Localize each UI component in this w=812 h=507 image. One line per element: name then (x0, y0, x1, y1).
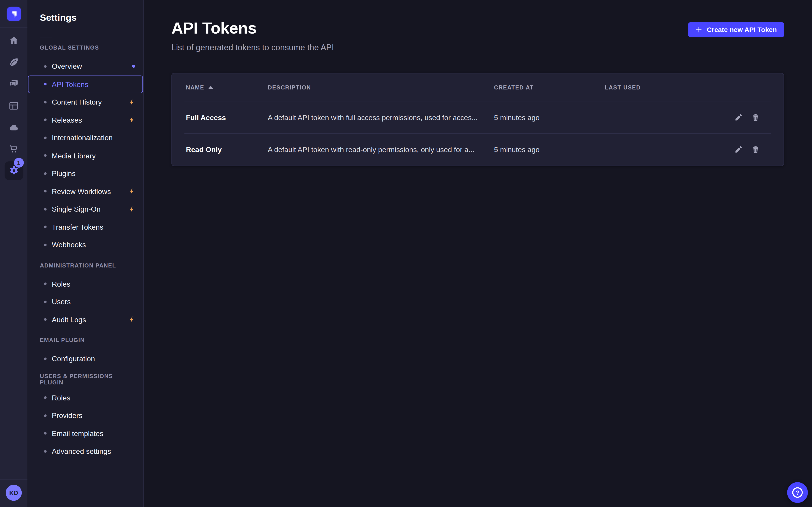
column-header-name[interactable]: NAME (186, 84, 268, 90)
page-title: API Tokens (171, 19, 334, 37)
sidebar-item-webhooks[interactable]: Webhooks (28, 236, 143, 254)
sidebar-item-single-sign-on[interactable]: Single Sign-On (28, 200, 143, 218)
sidebar-item-transfer-tokens[interactable]: Transfer Tokens (28, 218, 143, 236)
trash-icon (751, 146, 760, 154)
bullet-icon (44, 450, 46, 452)
lightning-icon (128, 316, 135, 323)
sidebar-item-label: Transfer Tokens (52, 223, 104, 231)
sidebar-title: Settings (40, 11, 144, 24)
edit-token-button[interactable] (734, 146, 743, 154)
notification-count-badge: 1 (14, 158, 24, 168)
media-library-icon[interactable] (0, 73, 28, 95)
bullet-icon (44, 432, 46, 435)
create-api-token-button[interactable]: Create new API Token (688, 22, 784, 38)
rail-nav: 1 (0, 30, 28, 182)
settings-gear-icon[interactable]: 1 (0, 160, 28, 181)
strapi-logo[interactable] (6, 7, 21, 21)
lightning-icon (128, 116, 135, 123)
delete-token-button[interactable] (751, 146, 760, 154)
bullet-icon (44, 65, 46, 68)
bullet-icon (44, 136, 46, 139)
sidebar-item-audit-logs[interactable]: Audit Logs (28, 311, 143, 329)
token-name: Full Access (186, 113, 268, 121)
sidebar-item-label: Roles (52, 394, 70, 402)
bullet-icon (44, 101, 46, 103)
bullet-icon (44, 154, 46, 157)
section-label: EMAIL PLUGIN (28, 331, 144, 349)
sidebar-item-label: Releases (52, 116, 82, 124)
token-created-at: 5 minutes ago (494, 113, 605, 121)
svg-text:?: ? (796, 489, 799, 496)
bullet-icon (44, 226, 46, 228)
rail-bottom: KD (0, 479, 28, 507)
pencil-icon (734, 113, 743, 121)
settings-active-highlight: 1 (4, 161, 23, 180)
sidebar-item-label: Configuration (52, 354, 95, 363)
content-type-builder-icon[interactable] (0, 95, 28, 116)
rail-divider (0, 479, 28, 480)
sidebar-item-advanced-settings[interactable]: Advanced settings (28, 442, 143, 460)
sidebar-item-email-templates[interactable]: Email templates (28, 425, 143, 442)
bullet-icon (44, 396, 46, 399)
table-header-row: NAME DESCRIPTION CREATED AT LAST USED (172, 73, 783, 101)
sidebar-section-administration-panel: ADMINISTRATION PANEL Roles Users Audit L… (28, 257, 144, 329)
strapi-logo-icon (7, 8, 20, 20)
sidebar-item-configuration[interactable]: Configuration (28, 350, 143, 368)
delete-token-button[interactable] (751, 113, 760, 121)
home-icon[interactable] (0, 30, 28, 51)
sidebar-item-media-library[interactable]: Media Library (28, 147, 143, 165)
sidebar-item-releases[interactable]: Releases (28, 111, 143, 129)
sidebar-item-users[interactable]: Users (28, 293, 143, 311)
avatar[interactable]: KD (6, 485, 22, 501)
sidebar-item-roles-up[interactable]: Roles (28, 389, 143, 406)
table-row-read-only[interactable]: Read Only A default API token with read-… (172, 133, 783, 165)
sidebar-item-internationalization[interactable]: Internationalization (28, 129, 143, 147)
deploy-cloud-icon[interactable] (0, 116, 28, 138)
marketplace-cart-icon[interactable] (0, 138, 28, 160)
sidebar-item-label: Single Sign-On (52, 205, 101, 213)
edit-token-button[interactable] (734, 113, 743, 121)
column-header-description: DESCRIPTION (268, 84, 494, 90)
sidebar-item-label: Media Library (52, 152, 96, 160)
sidebar-item-providers[interactable]: Providers (28, 407, 143, 425)
row-actions (734, 146, 760, 154)
bullet-icon (44, 118, 46, 121)
sidebar-item-content-history[interactable]: Content History (28, 93, 143, 111)
sidebar-item-label: Users (52, 298, 71, 306)
page-subtitle: List of generated tokens to consume the … (171, 42, 334, 52)
sidebar-item-label: Webhooks (52, 241, 86, 249)
settings-sidebar: Settings GLOBAL SETTINGS Overview API To… (28, 0, 144, 507)
bullet-icon (44, 83, 46, 86)
rail-divider (0, 27, 28, 28)
bullet-icon (44, 190, 46, 192)
question-mark-icon: ? (791, 486, 804, 499)
token-created-at: 5 minutes ago (494, 146, 605, 154)
sidebar-item-label: Advanced settings (52, 447, 111, 455)
sidebar-item-label: Roles (52, 280, 70, 288)
sidebar-item-label: API Tokens (52, 80, 89, 88)
api-tokens-table: NAME DESCRIPTION CREATED AT LAST USED Fu… (171, 73, 784, 166)
sidebar-item-overview[interactable]: Overview (28, 57, 143, 75)
sidebar-item-review-workflows[interactable]: Review Workflows (28, 182, 143, 200)
sidebar-item-label: Audit Logs (52, 316, 86, 324)
sort-ascending-icon (208, 86, 214, 89)
column-header-last-used: LAST USED (605, 84, 734, 90)
page-header-text: API Tokens List of generated tokens to c… (171, 19, 334, 52)
sidebar-item-plugins[interactable]: Plugins (28, 165, 143, 182)
notification-dot-icon (132, 65, 135, 68)
bullet-icon (44, 319, 46, 321)
sidebar-item-roles-admin[interactable]: Roles (28, 275, 143, 293)
help-button[interactable]: ? (787, 482, 808, 503)
table-row-full-access[interactable]: Full Access A default API token with ful… (172, 101, 783, 133)
sidebar-section-email-plugin: EMAIL PLUGIN Configuration (28, 331, 144, 368)
section-label: GLOBAL SETTINGS (28, 39, 144, 56)
lightning-icon (128, 206, 135, 213)
app: 1 KD Settings GLOBAL SETTINGS Overview (0, 0, 812, 507)
sidebar-item-label: Content History (52, 98, 102, 106)
column-header-created-at: CREATED AT (494, 84, 605, 90)
trash-icon (751, 113, 760, 121)
lightning-icon (128, 99, 135, 105)
main-content: API Tokens List of generated tokens to c… (144, 0, 812, 507)
content-manager-icon[interactable] (0, 51, 28, 73)
sidebar-item-api-tokens[interactable]: API Tokens (28, 75, 143, 93)
